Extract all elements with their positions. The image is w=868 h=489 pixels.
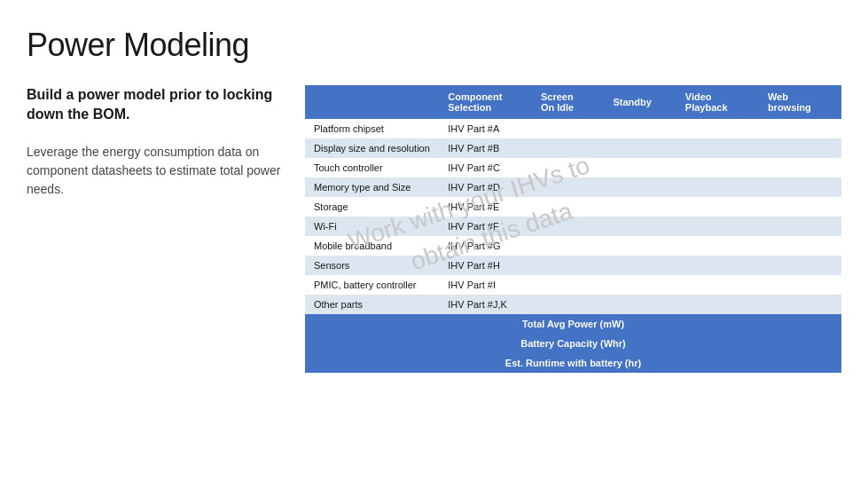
cell-footer-label: Battery Capacity (Whr) <box>305 334 841 353</box>
cell-video <box>676 138 759 158</box>
cell-footer-label: Est. Runtime with battery (hr) <box>305 353 841 373</box>
cell-video <box>676 177 759 197</box>
cell-video <box>676 295 759 314</box>
cell-standby <box>604 217 676 236</box>
cell-screen <box>532 217 604 236</box>
cell-component: IHV Part #H <box>439 256 532 275</box>
slide: Power Modeling Build a power model prior… <box>0 0 868 489</box>
cell-label: Touch controller <box>305 158 439 177</box>
cell-web <box>759 217 841 236</box>
col-header-component: ComponentSelection <box>439 85 532 119</box>
table-row: Touch controllerIHV Part #C <box>305 158 841 177</box>
cell-web <box>759 177 841 197</box>
cell-component: IHV Part #E <box>439 197 532 217</box>
content-area: Build a power model prior to locking dow… <box>27 85 841 373</box>
cell-label: Display size and resolution <box>305 138 439 158</box>
cell-standby <box>604 158 676 177</box>
page-title: Power Modeling <box>27 27 841 64</box>
col-header-screen: ScreenOn Idle <box>532 85 604 119</box>
cell-component: IHV Part #B <box>439 138 532 158</box>
cell-standby <box>604 138 676 158</box>
cell-web <box>759 236 841 256</box>
cell-screen <box>532 295 604 314</box>
cell-label: PMIC, battery controller <box>305 275 439 295</box>
table-row: PMIC, battery controllerIHV Part #I <box>305 275 841 295</box>
col-header-video: VideoPlayback <box>676 85 759 119</box>
cell-standby <box>604 119 676 138</box>
left-text-secondary: Leverage the energy consumption data on … <box>27 143 284 199</box>
cell-screen <box>532 177 604 197</box>
cell-video <box>676 256 759 275</box>
cell-video <box>676 158 759 177</box>
cell-web <box>759 295 841 314</box>
cell-component: IHV Part #F <box>439 217 532 236</box>
cell-component: IHV Part #C <box>439 158 532 177</box>
table-header-row: ComponentSelection ScreenOn Idle Standby… <box>305 85 841 119</box>
table-row: Other partsIHV Part #J,K <box>305 295 841 314</box>
cell-standby <box>604 197 676 217</box>
cell-web <box>759 138 841 158</box>
cell-component: IHV Part #I <box>439 275 532 295</box>
cell-label: Mobile broadband <box>305 236 439 256</box>
cell-label: Platform chipset <box>305 119 439 138</box>
cell-component: IHV Part #J,K <box>439 295 532 314</box>
cell-label: Wi-Fi <box>305 217 439 236</box>
cell-screen <box>532 119 604 138</box>
cell-component: IHV Part #D <box>439 177 532 197</box>
cell-video <box>676 217 759 236</box>
col-header-label <box>305 85 439 119</box>
cell-web <box>759 256 841 275</box>
cell-screen <box>532 236 604 256</box>
cell-web <box>759 158 841 177</box>
cell-label: Other parts <box>305 295 439 314</box>
cell-video <box>676 197 759 217</box>
table-row: Platform chipsetIHV Part #A <box>305 119 841 138</box>
cell-screen <box>532 275 604 295</box>
cell-web <box>759 275 841 295</box>
left-text-primary: Build a power model prior to locking dow… <box>27 85 284 125</box>
table-row: Mobile broadbandIHV Part #G <box>305 236 841 256</box>
table-footer-row: Battery Capacity (Whr) <box>305 334 841 353</box>
cell-web <box>759 119 841 138</box>
table-row: Display size and resolutionIHV Part #B <box>305 138 841 158</box>
cell-screen <box>532 138 604 158</box>
cell-standby <box>604 236 676 256</box>
table-row: Memory type and SizeIHV Part #D <box>305 177 841 197</box>
table-row: SensorsIHV Part #H <box>305 256 841 275</box>
cell-video <box>676 236 759 256</box>
table-body: Platform chipsetIHV Part #ADisplay size … <box>305 119 841 373</box>
col-header-standby: Standby <box>604 85 676 119</box>
cell-label: Sensors <box>305 256 439 275</box>
cell-video <box>676 119 759 138</box>
left-panel: Build a power model prior to locking dow… <box>27 85 284 199</box>
cell-standby <box>604 275 676 295</box>
table-container: ComponentSelection ScreenOn Idle Standby… <box>305 85 841 373</box>
cell-footer-label: Total Avg Power (mW) <box>305 314 841 334</box>
cell-screen <box>532 256 604 275</box>
cell-standby <box>604 256 676 275</box>
table-row: StorageIHV Part #E <box>305 197 841 217</box>
cell-video <box>676 275 759 295</box>
cell-standby <box>604 177 676 197</box>
cell-label: Memory type and Size <box>305 177 439 197</box>
col-header-web: Web browsing <box>759 85 841 119</box>
cell-component: IHV Part #G <box>439 236 532 256</box>
table-footer-row: Est. Runtime with battery (hr) <box>305 353 841 373</box>
cell-screen <box>532 197 604 217</box>
table-row: Wi-FiIHV Part #F <box>305 217 841 236</box>
table-footer-row: Total Avg Power (mW) <box>305 314 841 334</box>
power-table: ComponentSelection ScreenOn Idle Standby… <box>305 85 841 373</box>
cell-label: Storage <box>305 197 439 217</box>
cell-screen <box>532 158 604 177</box>
cell-standby <box>604 295 676 314</box>
cell-web <box>759 197 841 217</box>
cell-component: IHV Part #A <box>439 119 532 138</box>
